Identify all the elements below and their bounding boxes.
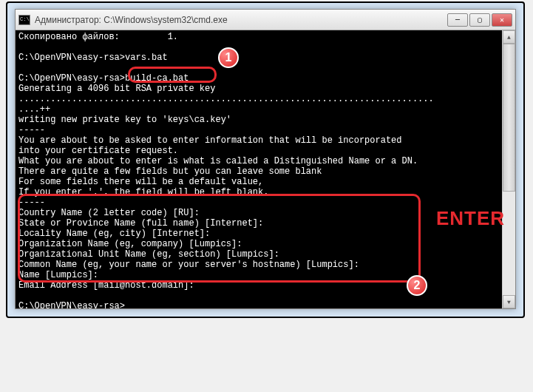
console-line: into your certificate request. — [18, 146, 178, 156]
enter-annotation: ENTER — [436, 207, 505, 230]
maximize-button[interactable]: ▢ — [469, 13, 490, 27]
console-line: For some fields there will be a default … — [18, 177, 263, 187]
annotation-marker-2: 2 — [407, 275, 427, 296]
console-line: There are quite a few fields but you can… — [18, 166, 322, 177]
window-title: Администратор: C:\Windows\system32\cmd.e… — [35, 15, 447, 25]
console-line: C:\OpenVPN\easy-rsa> — [18, 301, 125, 308]
titlebar[interactable]: Администратор: C:\Windows\system32\cmd.e… — [16, 10, 515, 30]
highlight-box-1 — [128, 67, 217, 83]
console-line: ........................................… — [18, 94, 434, 104]
console-line: ....++ — [18, 104, 50, 115]
minimize-button[interactable]: — — [447, 13, 468, 27]
console-line: C:\OpenVPN\easy-rsa>vars.bat — [18, 53, 168, 63]
scrollbar[interactable]: ▲ ▼ — [502, 30, 515, 308]
highlight-box-2 — [18, 194, 421, 283]
console-line: ----- — [18, 125, 45, 135]
console-line: Скопировано файлов: 1. — [18, 32, 178, 42]
scroll-track[interactable] — [503, 44, 515, 295]
annotation-marker-1: 1 — [218, 47, 239, 68]
scroll-thumb[interactable] — [503, 44, 515, 192]
cmd-icon — [18, 15, 30, 25]
console-line: What you are about to enter is what is c… — [18, 156, 418, 166]
console-line: You are about to be asked to enter infor… — [18, 135, 401, 146]
window-controls: — ▢ ✕ — [447, 13, 512, 27]
scroll-down-button[interactable]: ▼ — [503, 295, 515, 308]
console-line: writing new private key to 'keys\ca.key' — [18, 115, 231, 125]
console-line: Generating a 4096 bit RSA private key — [18, 84, 215, 94]
close-button[interactable]: ✕ — [492, 13, 512, 27]
scroll-up-button[interactable]: ▲ — [503, 30, 515, 44]
